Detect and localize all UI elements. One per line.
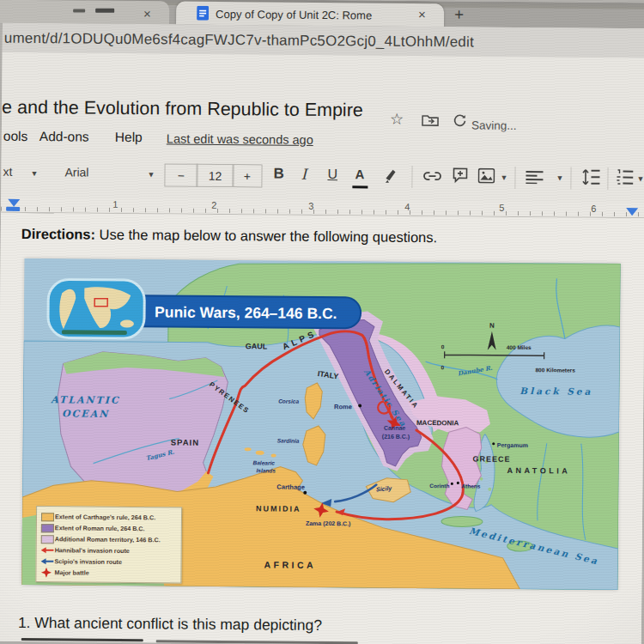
text-color-button[interactable]: A <box>355 167 364 181</box>
carthage-rule-swatch <box>41 513 55 521</box>
align-text-icon[interactable] <box>525 170 544 184</box>
map-title: Punic Wars, 264–146 B.C. <box>155 303 337 322</box>
compass-n-label: N <box>489 322 495 330</box>
hannibal-route-arrow-icon <box>41 546 55 554</box>
toolbar-separator <box>411 166 412 188</box>
map-label-rome: Rome <box>334 403 352 410</box>
chevron-down-icon[interactable]: ▼ <box>30 169 38 178</box>
menu-item-help[interactable]: Help <box>115 130 143 145</box>
scale-zero: 0 <box>441 364 445 370</box>
map-label-black-sea: Black Sea <box>519 386 592 397</box>
map-label-corinth: Corinth <box>429 483 449 489</box>
map-label-anatolia: ANATOLIA <box>507 466 570 476</box>
star-icon[interactable]: ☆ <box>390 110 404 129</box>
directions-label: Directions: <box>21 226 95 242</box>
map-label-spain: SPAIN <box>171 437 199 447</box>
clipped-text-fragment <box>21 638 143 641</box>
ruler-number: 1 <box>112 199 118 210</box>
ruler-number: 3 <box>308 201 313 211</box>
paint-format-icon[interactable] <box>381 167 398 185</box>
close-tab-icon[interactable]: × <box>143 7 151 20</box>
clipped-text-fragment <box>156 640 358 644</box>
font-size-increase-button[interactable]: + <box>232 164 262 187</box>
map-label-sardinia: Sardinia <box>277 438 300 444</box>
clipped-text-fragment <box>73 9 85 12</box>
ruler-indent-left-bar[interactable] <box>6 207 20 211</box>
punic-wars-map[interactable]: Punic Wars, 264–146 B.C. N 0 400 Miles 0… <box>21 258 620 590</box>
map-legend: Extent of Carthage's rule, 264 B.C. Exte… <box>35 506 182 583</box>
major-battle-burst-icon <box>40 567 54 578</box>
map-label-atlantic-2: OCEAN <box>62 408 109 419</box>
map-label-cannae-1: Cannae <box>384 425 405 431</box>
insert-image-icon[interactable] <box>477 168 495 184</box>
directions-line: Directions: Use the map below to answer … <box>21 226 437 246</box>
legend-item: Major battle <box>40 567 176 579</box>
chevron-down-icon[interactable]: ▼ <box>500 173 507 182</box>
map-label-atlantic-1: ATLANTIC <box>50 394 120 406</box>
scale-kilometers: 800 Kilometers <box>535 367 575 373</box>
insert-link-icon[interactable] <box>422 169 441 183</box>
scale-zero: 0 <box>441 343 445 349</box>
roman-rule-swatch <box>41 524 55 532</box>
menu-item-addons[interactable]: Add-ons <box>39 129 89 145</box>
text-color-swatch <box>352 185 368 188</box>
map-label-gaul: GAUL <box>246 342 268 350</box>
question-1: 1. What ancient conflict is this map dep… <box>18 614 322 635</box>
url-text: ument/d/1ODUQu0Me6sf4cagFWJC7v-thamPc5O2… <box>4 30 474 52</box>
map-label-africa: AFRICA <box>264 559 316 570</box>
docs-header: e and the Evolution from Republic to Emp… <box>1 52 644 223</box>
map-label-corsica: Corsica <box>278 398 299 404</box>
ruler-number: 6 <box>591 204 596 214</box>
ruler-indent-left[interactable] <box>8 199 20 207</box>
saving-status: Saving... <box>471 119 517 132</box>
bold-button[interactable]: B <box>273 166 283 183</box>
scipio-route-arrow-icon <box>41 557 55 565</box>
line-spacing-icon[interactable] <box>581 169 600 185</box>
map-label-macedonia: MACEDONIA <box>416 419 459 427</box>
add-comment-icon[interactable] <box>452 167 468 183</box>
move-folder-icon[interactable] <box>422 113 440 127</box>
menu-item-tools[interactable]: ools <box>3 129 28 144</box>
chevron-down-icon[interactable]: ▼ <box>636 174 644 183</box>
tab-partial[interactable]: × <box>0 0 169 24</box>
chevron-down-icon[interactable]: ▼ <box>147 170 155 179</box>
numbered-list-icon[interactable] <box>616 169 633 185</box>
ruler-number: 5 <box>499 203 504 213</box>
font-size-decrease-button[interactable]: − <box>164 163 197 186</box>
map-label-athens: Athens <box>461 483 480 489</box>
clipped-text-fragment <box>95 9 114 13</box>
underline-button[interactable]: U <box>327 167 337 182</box>
additional-roman-swatch <box>41 535 55 544</box>
screen: × Copy of Copy of Unit 2C: Rome × + umen… <box>0 0 644 644</box>
tab-title: Copy of Copy of Unit 2C: Rome <box>216 8 372 22</box>
toolbar-separator <box>607 167 608 190</box>
chevron-down-icon[interactable]: ▼ <box>556 173 563 182</box>
font-select[interactable]: Arial <box>64 165 88 179</box>
map-label-greece: GREECE <box>473 455 511 464</box>
scale-miles: 400 Miles <box>507 344 532 350</box>
map-label-carthage: Carthage <box>276 483 305 491</box>
ruler-number: 4 <box>404 202 410 212</box>
google-docs-icon <box>197 6 209 21</box>
map-label-balearic-1: Balearic <box>253 459 276 465</box>
legend-item: Scipio's invasion route <box>40 556 176 568</box>
new-tab-button[interactable]: + <box>454 5 464 24</box>
italic-button[interactable]: I <box>301 166 307 183</box>
doc-title[interactable]: e and the Evolution from Republic to Emp… <box>2 97 363 122</box>
map-label-numidia: NUMIDIA <box>256 504 301 513</box>
map-label-cannae-2: (216 B.C.) <box>382 434 410 440</box>
sync-saving-icon <box>453 113 467 128</box>
font-size-input[interactable]: 12 <box>196 164 234 187</box>
ruler-indent-right[interactable] <box>626 208 638 216</box>
paragraph-style-select[interactable]: xt <box>3 165 12 179</box>
toolbar-separator <box>570 167 571 190</box>
toolbar-separator <box>514 167 515 189</box>
close-tab-icon[interactable]: × <box>418 8 426 21</box>
directions-text: Use the map below to answer the followin… <box>100 227 438 245</box>
map-label-balearic-2: Islands <box>256 467 276 473</box>
ruler-number: 2 <box>211 200 216 210</box>
last-edit-link[interactable]: Last edit was seconds ago <box>167 131 313 146</box>
